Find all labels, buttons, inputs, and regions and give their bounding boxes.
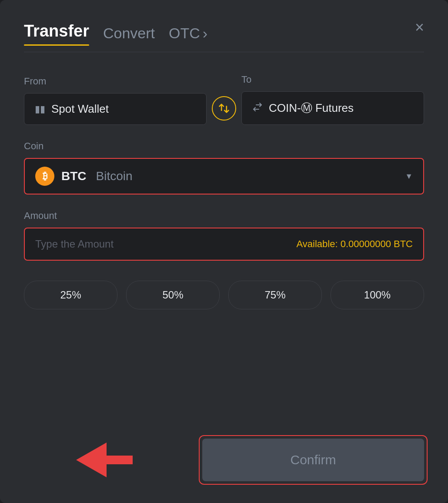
- to-column: To COIN-Ⓜ Futures: [241, 74, 424, 125]
- close-button[interactable]: ×: [415, 20, 424, 35]
- modal-header: Transfer Convert OTC › ×: [24, 22, 424, 45]
- to-wallet-selector[interactable]: COIN-Ⓜ Futures: [241, 91, 424, 125]
- to-label: To: [241, 74, 424, 85]
- tab-convert[interactable]: Convert: [103, 25, 155, 42]
- btc-icon: ₿: [35, 167, 54, 186]
- header-divider: [24, 52, 424, 52]
- from-column: From ▮▮ Spot Wallet: [24, 76, 207, 125]
- coin-section: Coin ₿ BTC Bitcoin ▼: [24, 141, 424, 194]
- percent-75-button[interactable]: 75%: [228, 281, 322, 309]
- tab-transfer[interactable]: Transfer: [24, 22, 89, 45]
- confirm-button-wrapper: Confirm: [202, 439, 424, 481]
- percent-buttons: 25% 50% 75% 100%: [24, 281, 424, 309]
- percent-100-button[interactable]: 100%: [331, 281, 424, 309]
- coin-selector[interactable]: ₿ BTC Bitcoin ▼: [24, 158, 424, 194]
- available-amount: 0.00000000 BTC: [341, 238, 413, 249]
- tab-otc[interactable]: OTC ›: [169, 25, 207, 42]
- transfer-modal: Transfer Convert OTC › × From ▮▮ Spot Wa…: [0, 0, 448, 503]
- amount-available: Available: 0.00000000 BTC: [297, 238, 413, 250]
- chevron-down-icon: ▼: [405, 172, 413, 181]
- amount-section: Amount Type the Amount Available: 0.0000…: [24, 210, 424, 261]
- coin-full-name: Bitcoin: [96, 169, 133, 183]
- from-wallet-name: Spot Wallet: [51, 102, 109, 116]
- swap-button[interactable]: [212, 96, 236, 121]
- futures-icon: [252, 102, 263, 115]
- amount-label: Amount: [24, 210, 424, 221]
- amount-input-container[interactable]: Type the Amount Available: 0.00000000 BT…: [24, 228, 424, 261]
- card-icon: ▮▮: [35, 104, 45, 115]
- chevron-right-icon: ›: [203, 25, 207, 42]
- swap-btn-container: [207, 96, 241, 125]
- from-wallet-selector[interactable]: ▮▮ Spot Wallet: [24, 93, 207, 125]
- bottom-section: Confirm: [24, 426, 424, 481]
- percent-50-button[interactable]: 50%: [126, 281, 220, 309]
- confirm-button[interactable]: Confirm: [202, 439, 424, 481]
- percent-25-button[interactable]: 25%: [24, 281, 117, 309]
- coin-label: Coin: [24, 141, 424, 152]
- coin-symbol: BTC: [61, 169, 87, 183]
- arrow-indicator: [76, 438, 133, 482]
- form-section: From ▮▮ Spot Wallet To: [24, 74, 424, 426]
- svg-marker-2: [76, 443, 133, 477]
- from-to-row: From ▮▮ Spot Wallet To: [24, 74, 424, 125]
- to-wallet-name: COIN-Ⓜ Futures: [269, 101, 354, 116]
- amount-placeholder: Type the Amount: [35, 238, 114, 250]
- from-label: From: [24, 76, 207, 87]
